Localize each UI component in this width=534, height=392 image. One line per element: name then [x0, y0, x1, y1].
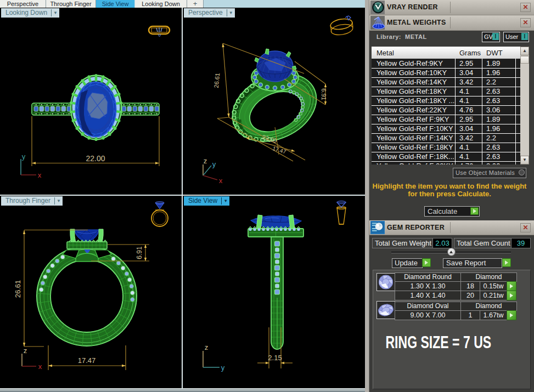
svg-text:z: z [24, 346, 27, 355]
svg-text:y: y [212, 160, 216, 168]
svg-text:26.61: 26.61 [213, 72, 221, 88]
svg-text:x: x [38, 171, 42, 179]
svg-text:26.61: 26.61 [14, 280, 22, 298]
svg-text:x: x [219, 177, 223, 185]
svg-text:22.00: 22.00 [86, 154, 105, 163]
svg-text:y: y [22, 152, 26, 161]
svg-text:z: z [205, 343, 209, 351]
svg-text:17.47: 17.47 [78, 356, 96, 365]
svg-text:6.91: 6.91 [136, 246, 143, 259]
svg-text:z: z [204, 157, 207, 165]
svg-text:6.91: 6.91 [321, 88, 327, 100]
svg-text:y: y [221, 363, 225, 372]
svg-text:2.15: 2.15 [268, 354, 282, 362]
svg-text:x: x [38, 362, 42, 371]
